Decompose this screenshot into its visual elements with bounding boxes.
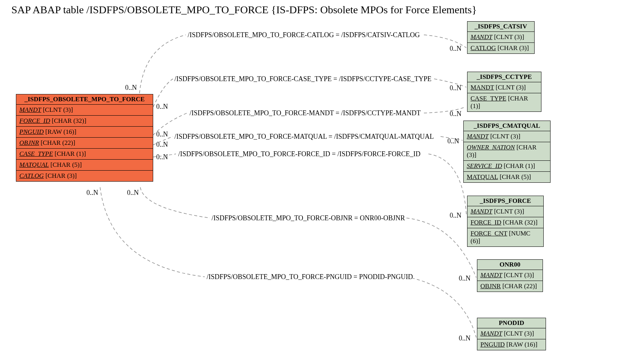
entity-main: _ISDFPS_OBSOLETE_MPO_TO_FORCE MANDT [CLN… <box>16 94 153 182</box>
cardinality: 0..N <box>450 212 461 220</box>
entity-header: _ISDFPS_CCTYPE <box>467 72 541 82</box>
field-row: MANDT [CLNT (3)] <box>16 105 153 116</box>
cardinality: 0..N <box>450 84 461 92</box>
cardinality: 0..N <box>459 275 471 282</box>
field-row: FORCE_CNT [NUMC (6)] <box>467 228 543 246</box>
cardinality: 0..N <box>450 110 461 118</box>
relation-label: /ISDFPS/OBSOLETE_MPO_TO_FORCE-CATLOG = /… <box>188 31 420 39</box>
field-row: MANDT [CLNT (3)] <box>467 206 543 217</box>
relation-label: /ISDFPS/OBSOLETE_MPO_TO_FORCE-MATQUAL = … <box>174 133 434 141</box>
field-row: CASE_TYPE [CHAR (1)] <box>467 93 541 111</box>
cardinality: 0..N <box>156 141 168 149</box>
field-row: OWNER_NATION [CHAR (3)] <box>464 142 550 161</box>
entity-cmatqual: _ISDFPS_CMATQUAL MANDT [CLNT (3)] OWNER_… <box>463 121 551 183</box>
relation-label: /ISDFPS/OBSOLETE_MPO_TO_FORCE-CASE_TYPE … <box>174 75 431 83</box>
entity-header: _ISDFPS_FORCE <box>467 196 543 206</box>
cardinality: 0..N <box>127 189 139 197</box>
entity-header: PNODID <box>477 318 546 328</box>
field-row: OBJNR [CHAR (22)] <box>16 138 153 149</box>
field-row: MANDT [CLNT (3)] <box>467 82 541 93</box>
entity-force: _ISDFPS_FORCE MANDT [CLNT (3)] FORCE_ID … <box>467 196 544 247</box>
cardinality: 0..N <box>459 334 471 342</box>
cardinality: 0..N <box>86 189 98 197</box>
entity-catsiv: _ISDFPS_CATSIV MANDT [CLNT (3)] CATLOG [… <box>467 21 535 54</box>
cardinality: 0..N <box>447 137 459 145</box>
relation-label: /ISDFPS/OBSOLETE_MPO_TO_FORCE-MANDT = /I… <box>190 109 421 117</box>
entity-pnodid: PNODID MANDT [CLNT (3)] PNGUID [RAW (16)… <box>477 318 546 350</box>
field-row: PNGUID [RAW (16)] <box>16 127 153 138</box>
entity-onr00: ONR00 MANDT [CLNT (3)] OBJNR [CHAR (22)] <box>477 259 543 292</box>
field-row: PNGUID [RAW (16)] <box>477 339 546 350</box>
field-row: MATQUAL [CHAR (5)] <box>16 160 153 171</box>
field-row: CASE_TYPE [CHAR (1)] <box>16 149 153 160</box>
field-row: CATLOG [CHAR (3)] <box>467 43 534 53</box>
cardinality: 0..N <box>156 103 168 111</box>
page-title: SAP ABAP table /ISDFPS/OBSOLETE_MPO_TO_F… <box>11 4 477 16</box>
cardinality: 0..N <box>156 153 168 161</box>
entity-header: _ISDFPS_CATSIV <box>467 22 534 32</box>
field-row: FORCE_ID [CHAR (32)] <box>467 217 543 228</box>
cardinality: 0..N <box>125 84 137 92</box>
relation-label: /ISDFPS/OBSOLETE_MPO_TO_FORCE-FORCE_ID =… <box>178 150 420 158</box>
relation-label: /ISDFPS/OBSOLETE_MPO_TO_FORCE-OBJNR = ON… <box>212 214 405 222</box>
entity-header: _ISDFPS_CMATQUAL <box>464 121 550 131</box>
field-row: OBJNR [CHAR (22)] <box>477 281 543 292</box>
field-row: CATLOG [CHAR (3)] <box>16 171 153 181</box>
cardinality: 0..N <box>156 130 168 138</box>
field-row: SERVICE_ID [CHAR (1)] <box>464 161 550 172</box>
field-row: MATQUAL [CHAR (5)] <box>464 172 550 182</box>
field-row: MANDT [CLNT (3)] <box>477 328 546 339</box>
cardinality: 0..N <box>450 45 461 53</box>
field-row: MANDT [CLNT (3)] <box>464 131 550 142</box>
field-row: MANDT [CLNT (3)] <box>467 32 534 43</box>
relation-label: /ISDFPS/OBSOLETE_MPO_TO_FORCE-PNGUID = P… <box>207 273 413 281</box>
entity-cctype: _ISDFPS_CCTYPE MANDT [CLNT (3)] CASE_TYP… <box>467 72 541 112</box>
field-row: FORCE_ID [CHAR (32)] <box>16 116 153 127</box>
field-row: MANDT [CLNT (3)] <box>477 270 543 281</box>
entity-main-header: _ISDFPS_OBSOLETE_MPO_TO_FORCE <box>16 94 153 105</box>
entity-header: ONR00 <box>477 260 543 270</box>
